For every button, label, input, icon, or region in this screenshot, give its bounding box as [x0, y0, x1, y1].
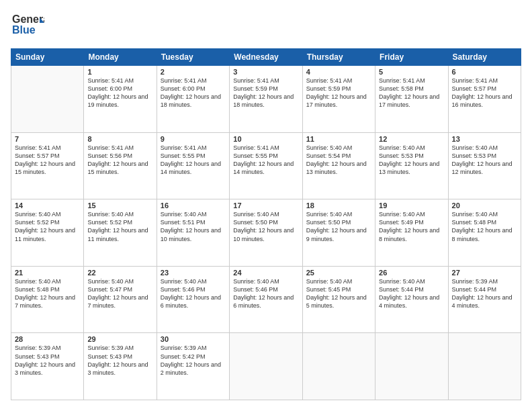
- day-info: Sunrise: 5:41 AMSunset: 5:57 PMDaylight:…: [452, 77, 517, 109]
- calendar-cell: 19Sunrise: 5:40 AMSunset: 5:49 PMDayligh…: [375, 199, 448, 267]
- day-info: Sunrise: 5:40 AMSunset: 5:45 PMDaylight:…: [306, 277, 371, 310]
- day-number: 24: [233, 269, 298, 277]
- day-info: Sunrise: 5:40 AMSunset: 5:47 PMDaylight:…: [87, 277, 152, 310]
- day-info: Sunrise: 5:39 AMSunset: 5:43 PMDaylight:…: [15, 344, 80, 377]
- calendar-cell: 14Sunrise: 5:40 AMSunset: 5:52 PMDayligh…: [11, 199, 84, 267]
- day-info: Sunrise: 5:40 AMSunset: 5:51 PMDaylight:…: [161, 210, 226, 243]
- svg-text:Blue: Blue: [12, 24, 36, 36]
- svg-text:General: General: [12, 13, 44, 25]
- weekday-header-saturday: Saturday: [448, 49, 521, 66]
- day-info: Sunrise: 5:40 AMSunset: 5:46 PMDaylight:…: [161, 277, 226, 310]
- day-info: Sunrise: 5:40 AMSunset: 5:52 PMDaylight:…: [15, 210, 80, 243]
- calendar-cell: 28Sunrise: 5:39 AMSunset: 5:43 PMDayligh…: [11, 333, 84, 400]
- day-number: 4: [306, 68, 371, 76]
- day-number: 8: [87, 135, 152, 143]
- calendar-cell: 8Sunrise: 5:41 AMSunset: 5:56 PMDaylight…: [84, 132, 157, 199]
- week-row-1: 1Sunrise: 5:41 AMSunset: 6:00 PMDaylight…: [11, 66, 521, 133]
- day-info: Sunrise: 5:41 AMSunset: 5:58 PMDaylight:…: [379, 77, 444, 109]
- calendar-cell: 5Sunrise: 5:41 AMSunset: 5:58 PMDaylight…: [375, 66, 448, 133]
- calendar-cell: 24Sunrise: 5:40 AMSunset: 5:46 PMDayligh…: [230, 266, 302, 333]
- day-number: 14: [15, 201, 80, 210]
- calendar-cell: 11Sunrise: 5:40 AMSunset: 5:54 PMDayligh…: [302, 132, 375, 199]
- day-number: 15: [87, 201, 152, 210]
- day-info: Sunrise: 5:40 AMSunset: 5:49 PMDaylight:…: [379, 210, 444, 243]
- calendar-cell: 25Sunrise: 5:40 AMSunset: 5:45 PMDayligh…: [302, 266, 375, 333]
- header: General Blue: [11, 11, 521, 42]
- day-info: Sunrise: 5:41 AMSunset: 5:59 PMDaylight:…: [233, 77, 298, 109]
- calendar-cell: 3Sunrise: 5:41 AMSunset: 5:59 PMDaylight…: [230, 66, 302, 133]
- weekday-header-tuesday: Tuesday: [157, 49, 229, 66]
- day-number: 6: [452, 68, 517, 76]
- day-number: 28: [15, 335, 80, 343]
- week-row-2: 7Sunrise: 5:41 AMSunset: 5:57 PMDaylight…: [11, 132, 521, 199]
- day-number: 12: [379, 135, 444, 143]
- calendar-cell: 12Sunrise: 5:40 AMSunset: 5:53 PMDayligh…: [375, 132, 448, 199]
- weekday-header-monday: Monday: [84, 49, 157, 66]
- day-info: Sunrise: 5:40 AMSunset: 5:50 PMDaylight:…: [306, 210, 371, 243]
- week-row-4: 21Sunrise: 5:40 AMSunset: 5:48 PMDayligh…: [11, 266, 521, 333]
- calendar-cell: 26Sunrise: 5:40 AMSunset: 5:44 PMDayligh…: [375, 266, 448, 333]
- week-row-3: 14Sunrise: 5:40 AMSunset: 5:52 PMDayligh…: [11, 199, 521, 267]
- day-number: 27: [452, 269, 517, 277]
- day-number: 26: [379, 269, 444, 277]
- week-row-5: 28Sunrise: 5:39 AMSunset: 5:43 PMDayligh…: [11, 333, 521, 400]
- calendar-cell: 6Sunrise: 5:41 AMSunset: 5:57 PMDaylight…: [448, 66, 521, 133]
- day-number: 2: [161, 68, 226, 76]
- calendar-cell: 23Sunrise: 5:40 AMSunset: 5:46 PMDayligh…: [157, 266, 229, 333]
- day-number: 22: [87, 269, 152, 277]
- day-info: Sunrise: 5:40 AMSunset: 5:48 PMDaylight:…: [452, 210, 517, 243]
- calendar-table: SundayMondayTuesdayWednesdayThursdayFrid…: [11, 48, 521, 400]
- day-number: 16: [161, 201, 226, 210]
- calendar-cell: [448, 333, 521, 400]
- calendar-cell: 16Sunrise: 5:40 AMSunset: 5:51 PMDayligh…: [157, 199, 229, 267]
- calendar-cell: 17Sunrise: 5:40 AMSunset: 5:50 PMDayligh…: [230, 199, 302, 267]
- logo-icon: General Blue: [11, 11, 44, 39]
- day-info: Sunrise: 5:41 AMSunset: 5:56 PMDaylight:…: [87, 144, 152, 177]
- day-info: Sunrise: 5:39 AMSunset: 5:42 PMDaylight:…: [161, 344, 226, 377]
- day-info: Sunrise: 5:40 AMSunset: 5:52 PMDaylight:…: [87, 210, 152, 243]
- weekday-header-thursday: Thursday: [302, 49, 375, 66]
- weekday-header-wednesday: Wednesday: [230, 49, 302, 66]
- calendar-cell: 27Sunrise: 5:39 AMSunset: 5:44 PMDayligh…: [448, 266, 521, 333]
- day-info: Sunrise: 5:40 AMSunset: 5:48 PMDaylight:…: [15, 277, 80, 310]
- calendar-cell: [11, 66, 84, 133]
- day-number: 10: [233, 135, 298, 143]
- calendar-cell: 1Sunrise: 5:41 AMSunset: 6:00 PMDaylight…: [84, 66, 157, 133]
- calendar-cell: 7Sunrise: 5:41 AMSunset: 5:57 PMDaylight…: [11, 132, 84, 199]
- calendar-cell: 9Sunrise: 5:41 AMSunset: 5:55 PMDaylight…: [157, 132, 229, 199]
- calendar-cell: 15Sunrise: 5:40 AMSunset: 5:52 PMDayligh…: [84, 199, 157, 267]
- day-number: 20: [452, 201, 517, 210]
- day-info: Sunrise: 5:40 AMSunset: 5:44 PMDaylight:…: [379, 277, 444, 310]
- day-info: Sunrise: 5:40 AMSunset: 5:53 PMDaylight:…: [379, 144, 444, 177]
- day-info: Sunrise: 5:39 AMSunset: 5:43 PMDaylight:…: [87, 344, 152, 377]
- day-info: Sunrise: 5:41 AMSunset: 5:59 PMDaylight:…: [306, 77, 371, 109]
- day-info: Sunrise: 5:41 AMSunset: 5:57 PMDaylight:…: [15, 144, 80, 177]
- day-info: Sunrise: 5:41 AMSunset: 5:55 PMDaylight:…: [233, 144, 298, 177]
- day-number: 18: [306, 201, 371, 210]
- day-number: 17: [233, 201, 298, 210]
- day-info: Sunrise: 5:40 AMSunset: 5:46 PMDaylight:…: [233, 277, 298, 310]
- day-number: 7: [15, 135, 80, 143]
- day-number: 3: [233, 68, 298, 76]
- day-info: Sunrise: 5:40 AMSunset: 5:53 PMDaylight:…: [452, 144, 517, 177]
- day-number: 11: [306, 135, 371, 143]
- weekday-header-friday: Friday: [375, 49, 448, 66]
- page: General Blue SundayMondayTuesdayWednesda…: [0, 0, 532, 411]
- day-info: Sunrise: 5:41 AMSunset: 5:55 PMDaylight:…: [161, 144, 226, 177]
- calendar-cell: [302, 333, 375, 400]
- day-info: Sunrise: 5:41 AMSunset: 6:00 PMDaylight:…: [87, 77, 152, 109]
- weekday-header-row: SundayMondayTuesdayWednesdayThursdayFrid…: [11, 49, 521, 66]
- day-number: 5: [379, 68, 444, 76]
- day-number: 21: [15, 269, 80, 277]
- day-number: 25: [306, 269, 371, 277]
- day-number: 29: [87, 335, 152, 343]
- calendar-cell: 29Sunrise: 5:39 AMSunset: 5:43 PMDayligh…: [84, 333, 157, 400]
- day-number: 19: [379, 201, 444, 210]
- day-info: Sunrise: 5:40 AMSunset: 5:50 PMDaylight:…: [233, 210, 298, 243]
- calendar-cell: 2Sunrise: 5:41 AMSunset: 6:00 PMDaylight…: [157, 66, 229, 133]
- logo: General Blue: [11, 11, 44, 42]
- calendar-cell: 4Sunrise: 5:41 AMSunset: 5:59 PMDaylight…: [302, 66, 375, 133]
- calendar-cell: 13Sunrise: 5:40 AMSunset: 5:53 PMDayligh…: [448, 132, 521, 199]
- calendar-cell: 21Sunrise: 5:40 AMSunset: 5:48 PMDayligh…: [11, 266, 84, 333]
- calendar-cell: 22Sunrise: 5:40 AMSunset: 5:47 PMDayligh…: [84, 266, 157, 333]
